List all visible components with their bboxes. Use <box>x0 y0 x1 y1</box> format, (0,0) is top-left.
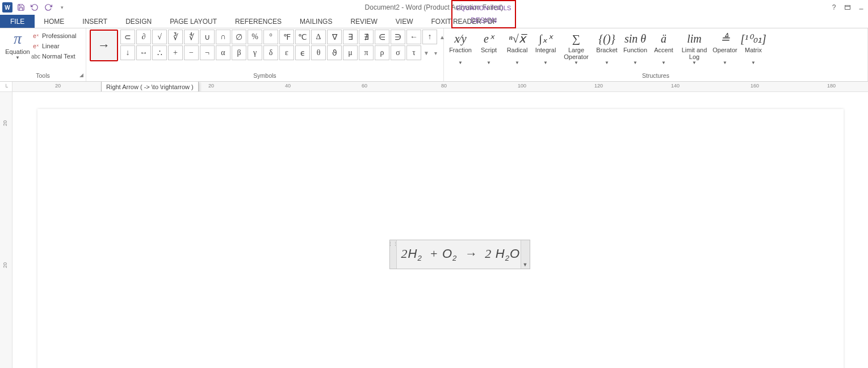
tools-dialog-launcher-icon[interactable]: ◢ <box>78 72 85 79</box>
equation-container[interactable]: ⋮⋮ 2H2 + O2 → 2 H2O ▼ <box>389 240 530 269</box>
page: ⋮⋮ 2H2 + O2 → 2 H2O ▼ <box>37 109 844 368</box>
symbol-button[interactable]: ∈ <box>375 30 389 44</box>
symbol-button[interactable]: − <box>184 45 199 60</box>
bracket-icon: {()} <box>598 31 615 47</box>
equation-button[interactable]: π Equation ▼ <box>3 30 32 60</box>
integral-label: Integral <box>535 47 556 60</box>
symbol-button[interactable]: β <box>232 45 246 60</box>
symbol-button[interactable]: ∴ <box>152 45 167 60</box>
structure-large-operator[interactable]: ∑Large Operator▼ <box>560 30 593 66</box>
structure-fraction[interactable]: x⁄yFraction▼ <box>446 30 475 66</box>
tab-page-layout[interactable]: PAGE LAYOUT <box>161 15 226 28</box>
equation-body[interactable]: 2H2 + O2 → 2 H2O <box>397 246 521 262</box>
save-icon[interactable] <box>16 2 26 12</box>
quick-access-toolbar: W ▾ <box>0 2 67 12</box>
minimize-icon[interactable] <box>857 3 866 12</box>
symbol-button[interactable]: √ <box>152 30 167 44</box>
symbol-button[interactable]: ℉ <box>279 30 294 44</box>
symbol-button[interactable]: ∩ <box>216 30 230 44</box>
symbol-button[interactable]: π <box>359 45 374 60</box>
tab-design[interactable]: DESIGN <box>116 15 161 28</box>
structure-accent[interactable]: äAccent▼ <box>649 30 678 66</box>
symbol-button[interactable]: ϵ <box>295 45 310 60</box>
symbol-button[interactable]: δ <box>263 45 278 60</box>
symbol-button[interactable]: ϑ <box>327 45 342 60</box>
symbol-button[interactable]: ↔ <box>136 45 151 60</box>
page-area[interactable]: ⋮⋮ 2H2 + O2 → 2 H2O ▼ <box>12 92 868 368</box>
tab-equation-design[interactable]: DESIGN <box>451 14 516 28</box>
structure-radical[interactable]: ⁿ√x̅Radical▼ <box>503 30 531 66</box>
symbol-button[interactable]: τ <box>406 45 421 60</box>
large-operator-label: Large Operator <box>560 47 592 60</box>
symbol-button[interactable]: ρ <box>375 45 389 60</box>
window-controls: ? <box>829 3 866 12</box>
symbol-button[interactable]: ∂ <box>136 30 151 44</box>
function-icon: sin θ <box>624 31 646 47</box>
group-label-tools: Tools ◢ <box>0 72 86 81</box>
symbol-button[interactable]: ∋ <box>391 30 405 44</box>
symbol-button[interactable]: γ <box>248 45 262 60</box>
symbol-button[interactable]: ∪ <box>200 30 215 44</box>
symbol-button[interactable]: ∜ <box>184 30 199 44</box>
equation-options-dropdown[interactable]: ▼ <box>521 240 530 269</box>
symbol-button[interactable]: ¬ <box>200 45 215 60</box>
workspace: 2020 ⋮⋮ 2H2 + O2 → 2 H2O ▼ <box>0 92 868 368</box>
chevron-down-icon: ▼ <box>661 60 666 65</box>
large-operator-icon: ∑ <box>572 31 580 47</box>
symbol-right-arrow-featured[interactable]: → <box>90 30 118 61</box>
symbol-button[interactable]: % <box>248 30 262 44</box>
tab-view[interactable]: VIEW <box>387 15 422 28</box>
function-label: Function <box>623 47 647 60</box>
symbol-button[interactable]: ε <box>279 45 294 60</box>
symbol-button[interactable]: ∇ <box>327 30 342 44</box>
normal-text-button[interactable]: abc Normal Text <box>32 52 77 60</box>
structure-integral[interactable]: ∫ₓˣIntegral▼ <box>531 30 560 66</box>
symbol-more-dropdown-icon[interactable]: ▾ <box>431 45 439 60</box>
tab-review[interactable]: REVIEW <box>341 15 386 28</box>
structure-matrix[interactable]: [¹⁰₀₁]Matrix▼ <box>739 30 768 66</box>
structure-operator[interactable]: ≜Operator▼ <box>711 30 739 66</box>
ribbon-options-icon[interactable] <box>843 3 852 12</box>
symbol-button[interactable]: σ <box>391 45 405 60</box>
ruler-mark: 40 <box>285 83 291 89</box>
structure-script[interactable]: eˣScript▼ <box>475 30 503 66</box>
symbol-button[interactable]: ∛ <box>168 30 183 44</box>
linear-button[interactable]: eˣ Linear <box>32 42 77 50</box>
symbol-button[interactable]: ↓ <box>120 45 135 60</box>
symbol-button[interactable]: ↑ <box>422 30 437 44</box>
symbol-button[interactable]: θ <box>311 45 326 60</box>
tab-mailings[interactable]: MAILINGS <box>291 15 341 28</box>
radical-icon: ⁿ√x̅ <box>509 31 525 47</box>
tab-references[interactable]: REFERENCES <box>226 15 291 28</box>
redo-icon[interactable] <box>43 2 53 12</box>
qat-customize-icon[interactable]: ▾ <box>57 2 67 12</box>
tab-home[interactable]: HOME <box>35 15 73 28</box>
ruler-mark: 100 <box>518 83 526 89</box>
ruler-corner[interactable]: └ <box>0 82 12 92</box>
symbol-button[interactable]: + <box>168 45 183 60</box>
tab-file[interactable]: FILE <box>0 15 35 28</box>
symbol-grid: ⊂∂√∛∜∪∩∅%°℉℃∆∇∃∄∈∋←↑▲↓↔∴+−¬αβγδεϵθϑμπρστ… <box>120 30 446 60</box>
structure-function[interactable]: sin θFunction▼ <box>621 30 649 66</box>
chevron-down-icon: ▼ <box>458 60 463 65</box>
symbol-button[interactable]: ← <box>406 30 421 44</box>
symbol-scroll-down-icon[interactable]: ▼ <box>422 45 430 60</box>
equation-move-handle[interactable]: ⋮⋮ <box>390 240 397 269</box>
structure-bracket[interactable]: {()}Bracket▼ <box>593 30 621 66</box>
symbol-button[interactable]: ∃ <box>343 30 358 44</box>
symbol-button[interactable]: μ <box>343 45 358 60</box>
symbol-button[interactable]: α <box>216 45 230 60</box>
symbol-button[interactable]: ° <box>263 30 278 44</box>
undo-icon[interactable] <box>30 2 40 12</box>
structure-limit-log[interactable]: limLimit and Log▼ <box>678 30 711 66</box>
operator-icon: ≜ <box>720 31 730 47</box>
help-icon[interactable]: ? <box>829 3 838 12</box>
symbol-button[interactable]: ∄ <box>359 30 374 44</box>
symbol-button[interactable]: ℃ <box>295 30 310 44</box>
symbol-button[interactable]: ∆ <box>311 30 326 44</box>
operator-label: Operator <box>712 47 737 60</box>
tab-insert[interactable]: INSERT <box>73 15 116 28</box>
symbol-button[interactable]: ⊂ <box>120 30 135 44</box>
symbol-button[interactable]: ∅ <box>232 30 246 44</box>
professional-button[interactable]: eˣ Professional <box>32 32 77 40</box>
